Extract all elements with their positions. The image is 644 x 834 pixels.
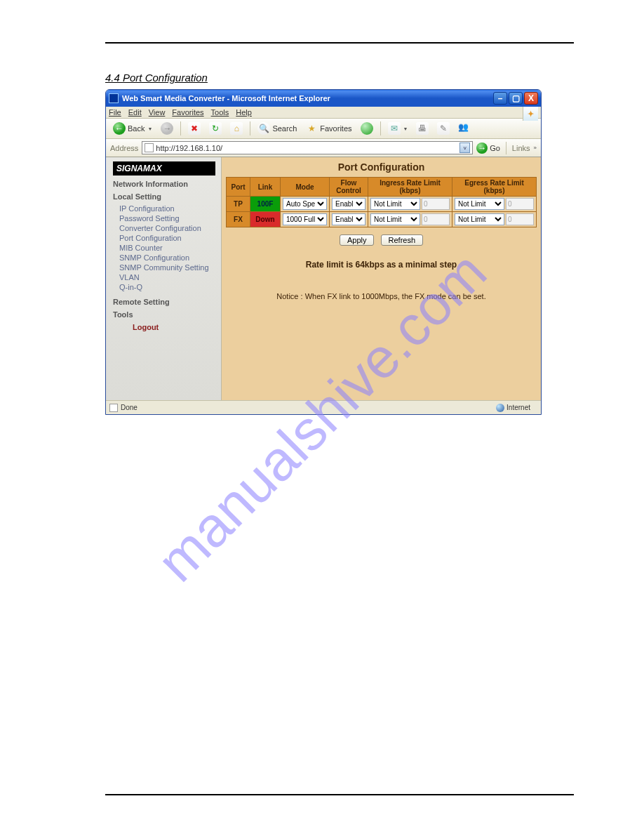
sidebar-heading-local[interactable]: Local Setting [113,192,215,201]
sidebar-item-vlan[interactable]: VLAN [119,272,215,282]
chevron-down-icon[interactable]: v [459,143,470,153]
col-link: Link [250,178,280,197]
search-button[interactable]: 🔍 Search [255,121,300,136]
egress-select[interactable]: Not Limit [455,198,504,210]
stop-icon: ✖ [188,122,201,135]
address-url: http://192.168.1.10/ [156,144,222,152]
refresh-button[interactable]: ↻ [206,121,224,136]
sidebar-item-snmp-community[interactable]: SNMP Community Setting [119,263,215,272]
mail-icon: ✉ [388,122,401,135]
menu-favorites[interactable]: Favorites [172,108,203,117]
apply-button[interactable]: Apply [340,234,375,246]
zone-label: Internet [507,404,530,411]
maximize-button[interactable]: ▢ [509,92,523,105]
media-icon [361,122,373,135]
toolbar-separator [250,121,250,135]
section-title: 4.4 Port Configuration [105,72,574,84]
home-icon: ⌂ [230,122,243,135]
menu-edit[interactable]: Edit [128,108,142,117]
address-input[interactable]: http://192.168.1.10/ v [142,141,473,154]
back-icon: ← [113,122,126,135]
col-egress: Egress Rate Limit (kbps) [452,178,537,197]
ingress-input[interactable] [422,198,450,210]
star-icon: ★ [305,122,318,135]
links-label[interactable]: Links [512,144,530,152]
port-cell: FX [227,212,250,227]
print-icon: 🖶 [416,122,429,135]
ingress-select[interactable]: Not Limit [370,213,420,225]
sidebar-item-ip-configuration[interactable]: IP Configuration [119,204,215,213]
ingress-select[interactable]: Not Limit [370,198,420,210]
logout-link[interactable]: Logout [113,323,215,331]
sidebar-item-snmp-configuration[interactable]: SNMP Configuration [119,253,215,263]
chevron-right-icon[interactable]: » [534,145,537,151]
favorites-label: Favorites [320,124,351,133]
close-button[interactable]: X [524,92,538,105]
chevron-down-icon: ▼ [147,126,152,131]
throbber-icon: ✦ [523,107,538,121]
menu-tools[interactable]: Tools [211,108,229,117]
menu-help[interactable]: Help [236,108,252,117]
search-icon: 🔍 [257,122,270,135]
zone-indicator: Internet [496,404,537,412]
stop-button[interactable]: ✖ [185,121,203,136]
ingress-input[interactable] [422,213,450,225]
go-button[interactable]: → Go [476,143,500,154]
edit-button[interactable]: ✎ [434,121,452,136]
print-button[interactable]: 🖶 [413,121,431,136]
table-row: FXDown1000 FullEnableNot LimitNot Limit [227,212,537,227]
sidebar-heading-remote[interactable]: Remote Setting [113,298,215,306]
menu-view[interactable]: View [149,108,166,117]
sidebar-heading-network[interactable]: Network Information [113,180,215,188]
page-rule-bottom [105,794,574,795]
mode-select[interactable]: Auto Speed [283,198,327,210]
edit-icon: ✎ [437,122,450,135]
forward-button[interactable]: → [158,121,176,136]
address-bar: Address http://192.168.1.10/ v → Go Link… [106,139,541,157]
sidebar-item-password-setting[interactable]: Password Setting [119,213,215,223]
status-bar: Done Internet [106,400,541,414]
ie-icon [109,93,119,103]
sidebar-item-qinq[interactable]: Q-in-Q [119,282,215,292]
back-label: Back [128,124,145,133]
favorites-button[interactable]: ★ Favorites [302,121,354,136]
flow-select[interactable]: Enable [332,213,365,225]
link-cell: Down [250,212,280,227]
page-rule-top [105,42,574,44]
toolbar-separator [506,142,507,154]
mail-button[interactable]: ✉▼ [385,121,411,136]
egress-input[interactable] [506,198,534,210]
search-label: Search [272,124,297,133]
egress-input[interactable] [506,213,534,225]
link-cell: 100F [250,197,280,212]
page-heading: Port Configuration [222,161,541,173]
rate-limit-notice: Rate limit is 64kbps as a minimal step [222,260,541,270]
sidebar-heading-tools[interactable]: Tools [113,310,215,319]
sidebar-item-port-configuration[interactable]: Port Configuration [119,233,215,243]
go-icon: → [476,143,488,154]
go-label: Go [490,144,500,152]
flow-select[interactable]: Enable [332,198,365,210]
sidebar-item-converter-configuration[interactable]: Converter Configuration [119,223,215,233]
table-row: TP100FAuto SpeedEnableNot LimitNot Limit [227,197,537,212]
titlebar: Web Smart Media Converter - Microsoft In… [106,90,541,107]
port-cell: TP [227,197,250,212]
minimize-button[interactable]: – [493,92,507,105]
sidebar-item-mib-counter[interactable]: MIB Counter [119,243,215,253]
mode-select[interactable]: 1000 Full [283,213,327,225]
refresh-button[interactable]: Refresh [381,234,424,246]
media-button[interactable] [358,121,376,136]
menu-file[interactable]: File [109,108,121,117]
home-button[interactable]: ⌂ [227,121,246,136]
menubar: File Edit View Favorites Tools Help ✦ [106,107,541,119]
address-label: Address [110,144,138,152]
back-button[interactable]: ← Back ▼ [110,121,155,136]
discuss-icon: 👥 [458,122,471,135]
egress-select[interactable]: Not Limit [455,213,504,225]
discuss-button[interactable]: 👥 [455,121,474,136]
window-title: Web Smart Media Converter - Microsoft In… [122,94,330,102]
sidebar: SIGNAMAX Network Information Local Setti… [106,157,222,400]
col-ingress: Ingress Rate Limit (kbps) [368,178,452,197]
page-icon [145,143,154,152]
toolbar-separator [380,121,381,135]
